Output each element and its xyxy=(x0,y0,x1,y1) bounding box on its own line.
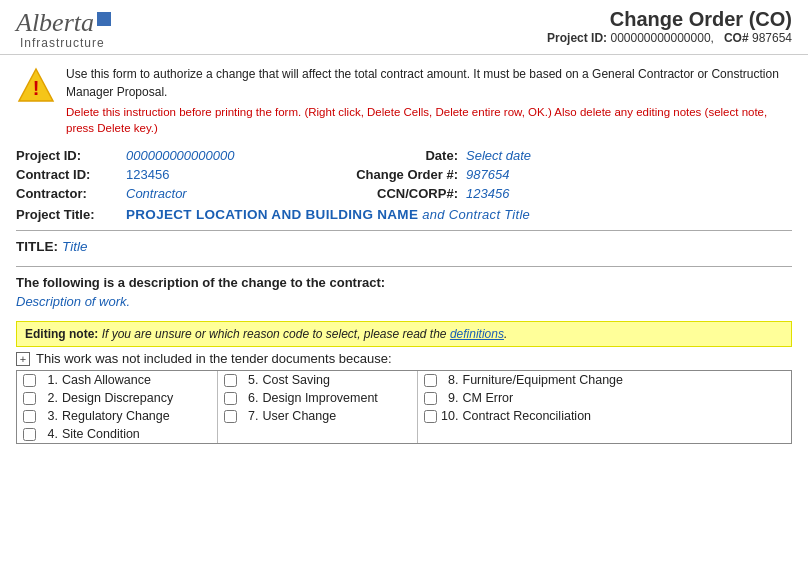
svg-text:!: ! xyxy=(33,77,40,99)
editing-note-end: . xyxy=(504,327,507,341)
co-label: CO# xyxy=(724,31,749,45)
project-id-header-label: Project ID: xyxy=(547,31,607,45)
list-item: 2. Design Discrepancy xyxy=(23,391,211,405)
title-label: TITLE: xyxy=(16,239,58,254)
contract-id-label: Contract ID: xyxy=(16,167,126,182)
header-title: Change Order (CO) xyxy=(547,8,792,31)
checkbox-1[interactable] xyxy=(23,374,36,387)
contract-id-value[interactable]: 123456 xyxy=(126,167,346,182)
checkbox-grid: 1. Cash Allowance 5. Cost Saving 8. Furn… xyxy=(17,371,791,443)
tender-text: This work was not included in the tender… xyxy=(36,351,392,366)
tender-header: + This work was not included in the tend… xyxy=(16,351,792,366)
contractor-label: Contractor: xyxy=(16,186,126,201)
project-title-main: PROJECT LOCATION AND BUILDING NAME xyxy=(126,207,418,222)
change-order-value[interactable]: 987654 xyxy=(466,167,792,182)
project-title-row: Project Title: PROJECT LOCATION AND BUIL… xyxy=(0,203,808,224)
notice-text: Use this form to authorize a change that… xyxy=(66,65,792,101)
date-value[interactable]: Select date xyxy=(466,148,792,163)
project-id-label: Project ID: xyxy=(16,148,126,163)
header: Alberta Infrastructure Change Order (CO)… xyxy=(0,0,808,55)
header-right: Change Order (CO) Project ID: 0000000000… xyxy=(547,8,792,45)
project-id-header-value: 000000000000000, xyxy=(610,31,713,45)
expand-icon[interactable]: + xyxy=(16,352,30,366)
list-item: 7. User Change xyxy=(224,409,411,423)
list-item: 3. Regulatory Change xyxy=(23,409,211,423)
editing-note: Editing note: If you are unsure or which… xyxy=(16,321,792,347)
notice-red: Delete this instruction before printing … xyxy=(66,104,792,136)
editing-note-italic: If you are unsure or which reason code t… xyxy=(102,327,447,341)
checkbox-10[interactable] xyxy=(424,410,437,423)
notice-text-area: Use this form to authorize a change that… xyxy=(66,65,792,136)
list-item: 6. Design Improvement xyxy=(224,391,411,405)
list-item: 1. Cash Allowance xyxy=(23,373,211,387)
checkbox-3[interactable] xyxy=(23,410,36,423)
title-value[interactable]: Title xyxy=(62,239,87,254)
description-heading: The following is a description of the ch… xyxy=(16,275,792,290)
list-item: 9. CM Error xyxy=(424,391,786,405)
list-item: 5. Cost Saving xyxy=(224,373,411,387)
list-item: 4. Site Condition xyxy=(23,427,211,441)
checkbox-table: 1. Cash Allowance 5. Cost Saving 8. Furn… xyxy=(16,370,792,444)
fields-grid: Project ID: 000000000000000 Date: Select… xyxy=(16,148,792,201)
list-item: 8. Furniture/Equipment Change xyxy=(424,373,786,387)
project-id-value[interactable]: 000000000000000 xyxy=(126,148,346,163)
notice-box: ! Use this form to authorize a change th… xyxy=(0,55,808,142)
logo-area: Alberta Infrastructure xyxy=(16,8,111,50)
contractor-value[interactable]: Contractor xyxy=(126,186,346,201)
list-item: 10. Contract Reconciliation xyxy=(424,409,786,423)
ccn-value[interactable]: 123456 xyxy=(466,186,792,201)
project-title-value[interactable]: PROJECT LOCATION AND BUILDING NAME and C… xyxy=(126,207,530,222)
ccn-label: CCN/CORP#: xyxy=(346,186,466,201)
project-title-and-contract: and Contract Title xyxy=(422,207,530,222)
logo: Alberta xyxy=(16,8,111,38)
checkbox-7[interactable] xyxy=(224,410,237,423)
logo-box xyxy=(97,12,111,26)
warning-icon: ! xyxy=(16,65,56,105)
checkbox-5[interactable] xyxy=(224,374,237,387)
logo-name: Alberta xyxy=(16,8,94,38)
divider2 xyxy=(16,266,792,267)
definitions-link[interactable]: definitions xyxy=(450,327,504,341)
checkbox-2[interactable] xyxy=(23,392,36,405)
description-value[interactable]: Description of work. xyxy=(16,294,792,309)
date-label: Date: xyxy=(346,148,466,163)
editing-note-label: Editing note: xyxy=(25,327,98,341)
co-value: 987654 xyxy=(752,31,792,45)
description-section: The following is a description of the ch… xyxy=(0,271,808,313)
header-ids: Project ID: 000000000000000, CO# 987654 xyxy=(547,31,792,45)
divider xyxy=(16,230,792,231)
project-title-label: Project Title: xyxy=(16,207,126,222)
checkbox-6[interactable] xyxy=(224,392,237,405)
logo-infra: Infrastructure xyxy=(16,36,111,50)
fields-section: Project ID: 000000000000000 Date: Select… xyxy=(0,142,808,203)
tender-section: + This work was not included in the tend… xyxy=(0,347,808,366)
checkbox-4[interactable] xyxy=(23,428,36,441)
change-order-label: Change Order #: xyxy=(346,167,466,182)
checkbox-8[interactable] xyxy=(424,374,437,387)
title-section: TITLE: Title xyxy=(0,235,808,260)
checkbox-9[interactable] xyxy=(424,392,437,405)
